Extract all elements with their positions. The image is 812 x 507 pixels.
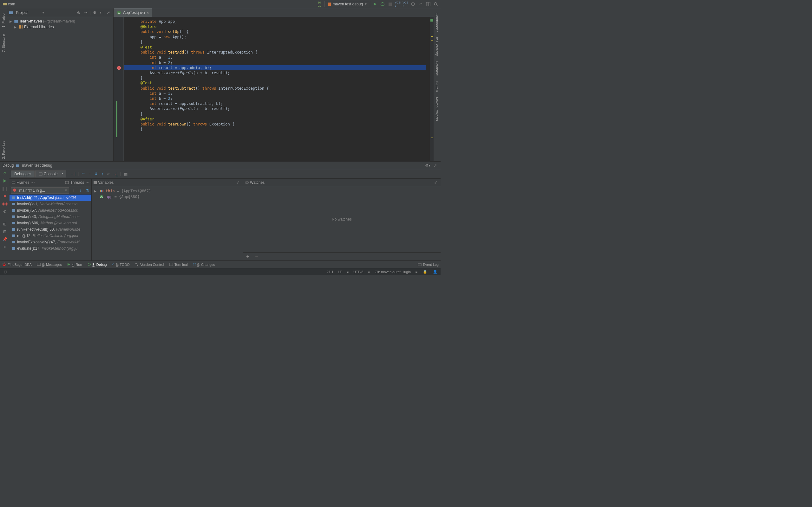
debug-icon[interactable] [380, 1, 386, 7]
step-out-icon[interactable]: ↑ [100, 171, 105, 177]
view-breakpoints-icon[interactable]: ◉◉ [2, 201, 8, 207]
frame-row[interactable]: evaluate():17, InvokeMethod (org.ju [9, 245, 91, 251]
gear-icon[interactable]: ⚙▾ [425, 163, 430, 168]
frame-row[interactable]: invoke():43, DelegatingMethodAcces [9, 214, 91, 220]
remove-watch-icon: − [254, 254, 259, 260]
tool-hierarchy[interactable]: 8: Hierarchy [435, 35, 440, 58]
svg-rect-31 [12, 209, 15, 212]
step-into-icon[interactable]: ↓ [87, 171, 93, 177]
gear-icon[interactable]: ⚙ [92, 10, 98, 15]
history-icon[interactable] [410, 1, 416, 7]
chevron-right-icon: 〉 [2, 0, 7, 1]
variables-list[interactable]: ▶this = {AppTest@867}app = {App@880} [92, 186, 243, 261]
encoding[interactable]: UTF-8 [353, 270, 363, 274]
search-icon[interactable] [433, 1, 439, 7]
tree-root[interactable]: ▶ learn-maven (~/git/learn-maven) [7, 18, 113, 24]
restore-icon[interactable]: ⤢ [433, 180, 439, 185]
bottom-tab[interactable]: 🐞 FindBugs-IDEA [2, 262, 32, 267]
tool-commander[interactable]: Commander [435, 10, 440, 35]
rerun-icon[interactable]: ↻ [2, 170, 8, 176]
scroll-from-source-icon[interactable]: ⊕ [76, 10, 82, 15]
collapse-all-icon[interactable]: ⇥ [83, 10, 89, 15]
vcs-commit-icon[interactable]: VCS↑ [403, 1, 408, 7]
overview-ruler[interactable] [430, 17, 434, 161]
project-tree[interactable]: ▶ learn-maven (~/git/learn-maven) ▶ Exte… [7, 17, 113, 161]
add-watch-icon[interactable]: + [245, 254, 251, 260]
svg-rect-12 [428, 2, 430, 6]
tool-idetalk[interactable]: IDEtalk [435, 78, 440, 95]
tree-external-libs[interactable]: ▶ External Libraries [7, 24, 113, 30]
frame-row[interactable]: invoke():57, NativeMethodAccessorI [9, 207, 91, 214]
thread-selector[interactable]: "main"@1 in g... ▼ [11, 187, 69, 193]
editor-area: C AppTest.java × private App app; @Befor… [113, 8, 434, 161]
watches-title: Watches [250, 180, 264, 185]
svg-rect-16 [14, 20, 18, 23]
more-icon[interactable]: » [2, 244, 8, 250]
tool-maven[interactable]: Maven Projects [435, 95, 440, 124]
breakpoint-icon[interactable] [117, 66, 121, 70]
bottom-tab[interactable]: 5: Debug [87, 262, 107, 267]
tab-debugger[interactable]: Debugger [11, 170, 35, 177]
run-to-cursor-icon[interactable]: →|̲ [112, 171, 118, 177]
breadcrumb-item[interactable]: com [2, 2, 30, 7]
force-step-into-icon[interactable]: ⇓ [93, 171, 99, 177]
filter-icon[interactable]: ⚗ [84, 187, 90, 193]
caret-position[interactable]: 21:1 [327, 270, 334, 274]
tab-console[interactable]: Console →* [35, 170, 67, 177]
bottom-tab[interactable]: 0: Messages [37, 262, 62, 267]
lock-icon[interactable]: 🔒 [422, 269, 428, 275]
restore-layout-icon[interactable]: ⊞ [2, 221, 8, 227]
threads-title[interactable]: Threads [70, 180, 84, 185]
tool-database[interactable]: Database [435, 58, 440, 78]
tool-favorites[interactable]: 2: Favorites [1, 138, 6, 161]
tool-structure[interactable]: 7: Structure [1, 32, 6, 55]
event-log[interactable]: Event Log [418, 263, 439, 267]
bottom-tab[interactable]: 4: Run [67, 263, 82, 267]
editor-tab-apptest[interactable]: C AppTest.java × [113, 8, 152, 17]
frame-row[interactable]: testAdd():21, AppTest (com.qyf404 [9, 194, 91, 201]
git-branch[interactable]: Git: maven-suref...lugin [374, 270, 411, 274]
run-icon[interactable] [372, 1, 378, 7]
mute-breakpoints-icon[interactable]: ⊘ [2, 209, 8, 214]
restore-icon[interactable]: ⤢ [235, 180, 241, 185]
hide-icon[interactable]: ⤢ [432, 163, 438, 168]
close-icon[interactable]: × [147, 11, 149, 14]
hide-icon[interactable]: ⤢ [106, 10, 111, 15]
evaluate-icon[interactable]: ▦ [123, 171, 129, 177]
svg-rect-40 [101, 190, 102, 192]
variables-icon [94, 181, 97, 184]
binary-icon[interactable]: 1001 [316, 1, 322, 7]
bottom-tab[interactable]: Terminal [169, 262, 188, 267]
svg-rect-34 [12, 228, 15, 231]
vcs-update-icon[interactable]: VCS↓ [395, 1, 401, 7]
frame-row[interactable]: invoke0():-1, NativeMethodAccesso [9, 201, 91, 207]
hector-icon[interactable]: 👤 [432, 269, 438, 275]
tool-project[interactable]: 1: Project [1, 10, 6, 30]
bottom-tab[interactable]: ⬚ 9: Changes [193, 262, 215, 267]
settings-icon[interactable]: ⊟ [2, 229, 8, 234]
frame-row[interactable]: invokeExplosively():47, FrameworkM [9, 239, 91, 245]
line-separator[interactable]: LF [338, 270, 342, 274]
frame-list[interactable]: testAdd():21, AppTest (com.qyf404invoke0… [9, 194, 91, 261]
next-frame-icon[interactable]: ↓ [78, 187, 83, 193]
bottom-tab[interactable]: Version Control [135, 262, 164, 267]
drop-frame-icon[interactable]: ⤺ [106, 171, 112, 177]
step-over-icon[interactable]: ↷ [81, 171, 86, 177]
editor-gutter[interactable] [113, 17, 124, 161]
tool-windows-icon[interactable]: ▢ [3, 269, 8, 275]
bottom-tab[interactable]: ✓ 6: TODO [112, 262, 130, 267]
undo-icon[interactable]: ↶ [418, 1, 423, 7]
resume-icon[interactable] [2, 178, 8, 184]
variable-row[interactable]: ▶this = {AppTest@867} [94, 188, 241, 194]
frame-row[interactable]: invoke():606, Method (java.lang.refl [9, 220, 91, 226]
code-editor[interactable]: private App app; @Before public void set… [124, 17, 430, 161]
pin-icon[interactable]: 📌 [2, 236, 8, 242]
svg-rect-37 [12, 247, 15, 250]
show-exec-point-icon[interactable]: →| [70, 171, 76, 177]
frame-row[interactable]: runReflectiveCall():50, FrameworkMe [9, 226, 91, 233]
structure-popup-icon[interactable] [425, 1, 431, 7]
frame-row[interactable]: run():12, ReflectiveCallable (org.juni [9, 233, 91, 239]
stop-icon[interactable]: ■ [2, 193, 8, 199]
variable-row[interactable]: app = {App@880} [94, 194, 241, 200]
run-config-dropdown[interactable]: maven test debug ▼ [324, 1, 370, 7]
